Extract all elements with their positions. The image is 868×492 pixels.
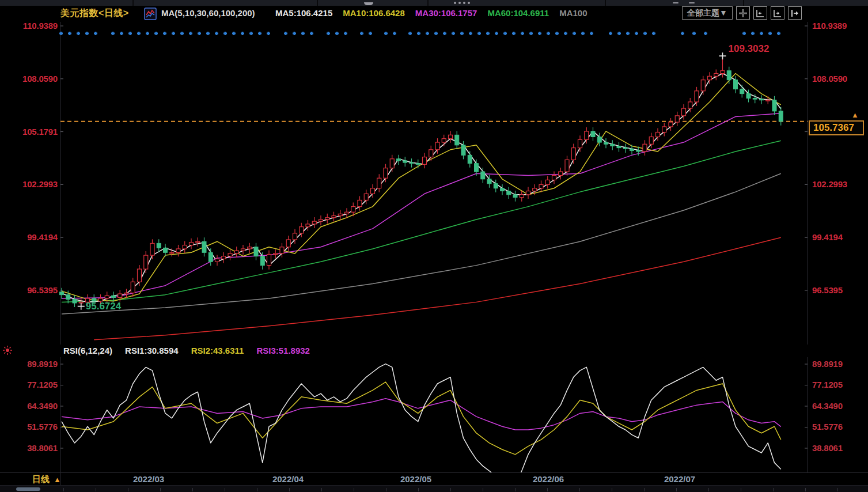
symbol-title[interactable]: 美元指数<日线> [60,7,129,20]
event-marker-dot [369,32,372,35]
ma-line-ma30 [62,113,781,298]
last-price-value: 105.7367 [813,122,854,134]
candle-up [766,96,770,104]
event-marker-dot [469,32,472,35]
price-axis-label: 38.8061 [1,443,58,453]
ma-line-ma10 [62,74,781,301]
price-axis-label: 51.5776 [812,422,843,432]
event-marker-dot [128,32,132,35]
event-marker-dot [777,32,780,35]
period-selector[interactable]: 日线 ▲ [32,474,61,485]
high-annotation: 109.3032 [729,43,770,55]
price-axis-label: 96.5395 [812,285,843,295]
expand-x-axis-icon[interactable] [771,6,784,20]
scrollbar-tick [579,488,580,491]
price-axis-label: 99.4194 [1,232,58,242]
candle-up [124,289,128,298]
event-marker-dot [393,32,396,35]
main-price-chart[interactable] [0,22,868,345]
scrollbar-thumb[interactable] [16,487,40,491]
candle-down [157,239,161,252]
price-axis-label: 38.8061 [812,443,843,453]
event-marker-dot [452,32,455,35]
candle-up [526,187,530,199]
ma-settings-label[interactable]: MA(5,10,30,60,100,200) [161,8,255,18]
candle-down [740,85,744,98]
theme-dropdown-button[interactable]: 全部主题▼ [682,6,733,20]
candle-up [578,135,582,152]
event-marker-dot [443,32,446,35]
event-marker-dot [215,32,218,35]
scrollbar-tick [805,488,806,491]
candle-up [669,118,673,131]
candle-down [455,131,459,149]
event-marker-dot [581,32,585,35]
scrollbar-tick [612,488,612,491]
candle-up [234,247,238,258]
event-marker-dot [742,32,746,35]
rsi-indicator-chart[interactable] [0,357,868,472]
candle-down [73,296,77,307]
rsi1-line [62,364,781,472]
candle-up [442,135,446,146]
event-marker-dot [652,32,655,35]
candle-up [358,196,362,210]
period-label: 日线 [32,474,50,485]
event-marker-dot [547,32,550,35]
scrollbar-tick [160,488,161,491]
price-axis-label: 108.0590 [812,74,847,84]
candle-up [325,214,329,224]
event-marker-dot [495,32,498,35]
rsi2-line [62,382,781,455]
scrollbar-tick [386,488,386,491]
candle-down [591,127,595,141]
price-axis-label: 96.5395 [1,285,58,295]
candle-up [390,155,394,172]
event-marker-dot [704,32,707,35]
crosshair-expand-icon[interactable] [736,6,750,20]
bottom-scrollbar[interactable] [0,485,868,492]
low-annotation: 95.6724 [86,301,121,312]
candle-up [449,131,453,142]
scrollbar-tick [515,488,516,491]
candle-up [345,208,349,218]
event-marker-dot [310,32,313,35]
scrollbar-tick [321,488,322,491]
candle-down [164,244,168,256]
rsi-value-label: RSI(6,12,24) [63,346,112,355]
event-marker-dot [564,32,567,35]
ma-value-label: MA100 [559,8,587,18]
event-marker-dot [154,32,158,35]
scrollbar-tick [644,488,645,491]
scrollbar-tick [289,488,290,491]
event-marker-dot [426,32,429,35]
event-marker-dot [486,32,490,35]
candle-up [215,255,219,266]
event-marker-dot [267,32,270,35]
candle-up [183,241,187,253]
event-marker-dot [180,32,184,35]
alert-dot-icon[interactable] [2,345,13,358]
price-axis-label: 105.1791 [1,127,58,137]
top-toolbar-remnant [0,0,868,6]
event-marker-dot [384,32,388,35]
event-marker-dot [111,32,115,35]
event-marker-dot [643,32,647,35]
compress-x-axis-icon[interactable] [753,6,767,20]
event-marker-dot [768,32,772,35]
candle-down [494,180,498,192]
scrollbar-tick [741,488,741,491]
event-marker-dot [617,32,621,35]
scrollbar-tick [128,488,128,491]
candle-up [520,191,524,202]
candle-up [150,239,154,259]
date-tick-label: 2022/04 [272,474,304,484]
event-marker-dot [529,32,533,35]
candle-down [734,76,738,93]
candle-up [714,70,718,81]
kline-style-icon[interactable] [144,7,157,22]
event-marker-dot [59,32,63,35]
pan-right-icon[interactable] [788,6,802,20]
candle-up [571,144,575,164]
event-marker-dot [94,32,97,35]
